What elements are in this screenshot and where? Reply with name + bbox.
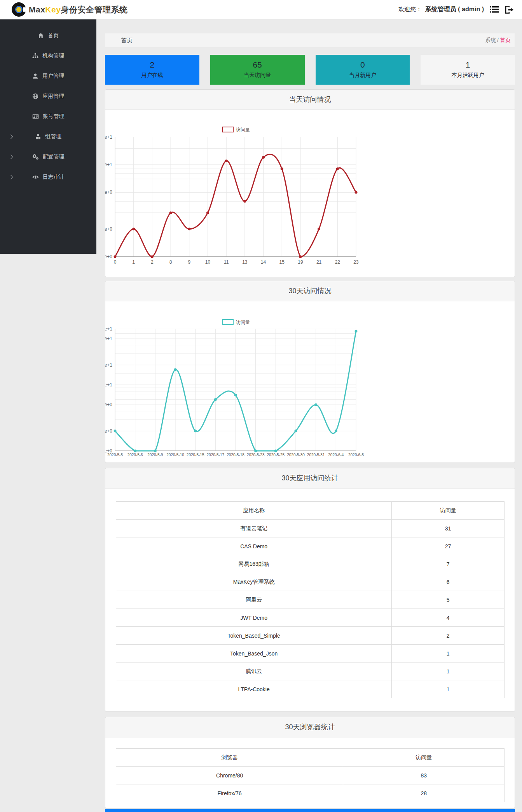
table-cell: 有道云笔记 bbox=[116, 520, 392, 537]
svg-text:11: 11 bbox=[224, 259, 229, 265]
sidebar-item-label: 机构管理 bbox=[42, 52, 64, 59]
data-point bbox=[281, 167, 283, 170]
stat-value: 2 bbox=[105, 55, 199, 70]
svg-text:1: 1 bbox=[132, 259, 135, 265]
table-cell: MaxKey管理系统 bbox=[116, 573, 392, 591]
table-row: 腾讯云1 bbox=[116, 662, 505, 680]
sidebar-item-label: 首页 bbox=[48, 32, 59, 39]
sidebar-item-label: 账号管理 bbox=[43, 113, 65, 120]
table-cell: 2 bbox=[392, 627, 505, 645]
sidebar-item-config[interactable]: 配置管理 bbox=[0, 147, 96, 167]
chevron-right-icon bbox=[10, 154, 13, 160]
svg-text:8: 8 bbox=[169, 259, 172, 265]
svg-text:2020-5-31: 2020-5-31 bbox=[307, 453, 325, 457]
stat-cards: 2 用户在线 65 当天访问量 0 当月新用户 1 本月活跃用户 bbox=[105, 55, 515, 85]
svg-text:5e+1: 5e+1 bbox=[105, 336, 112, 341]
svg-text:13: 13 bbox=[242, 259, 248, 265]
breadcrumb: 首页 系统/首页 bbox=[105, 33, 515, 48]
gears-icon bbox=[32, 154, 39, 160]
svg-text:2020-6-5: 2020-6-5 bbox=[348, 453, 364, 457]
sidebar-item-users[interactable]: 用户管理 bbox=[0, 66, 96, 86]
svg-text:2e+1: 2e+1 bbox=[105, 362, 112, 368]
table-cell: 阿里云 bbox=[116, 591, 392, 609]
sidebar-item-label: 用户管理 bbox=[42, 73, 64, 80]
brand: MaxKey身份安全管理系统 bbox=[12, 2, 127, 17]
table-cell: CAS Demo bbox=[116, 537, 392, 555]
current-user: 系统管理员 ( admin ) bbox=[425, 5, 484, 14]
table-cell: 1 bbox=[392, 680, 505, 698]
chevron-right-icon bbox=[10, 134, 13, 139]
app-title-max: Max bbox=[29, 5, 45, 14]
table-row: Token_Based_Json1 bbox=[116, 645, 505, 662]
monthly-visits-chart: 1e+02e+05e+01e+12e+15e+17e+12020-5-52020… bbox=[105, 301, 515, 463]
table-header-row: 浏览器访问量 bbox=[116, 749, 505, 767]
data-point bbox=[188, 228, 190, 230]
data-point bbox=[114, 429, 117, 432]
svg-text:1e+1: 1e+1 bbox=[105, 382, 112, 388]
user-icon bbox=[32, 73, 38, 79]
data-point bbox=[314, 403, 317, 406]
main-content: 首页 系统/首页 2 用户在线 65 当天访问量 0 当月新用户 1 本月活跃用… bbox=[96, 19, 522, 812]
panel-title: 当天访问情况 bbox=[105, 90, 515, 110]
stat-card-daily-visits: 65 当天访问量 bbox=[210, 55, 305, 85]
data-point bbox=[169, 211, 172, 214]
svg-text:2020-5-6: 2020-5-6 bbox=[127, 453, 143, 457]
svg-text:7e+1: 7e+1 bbox=[105, 326, 112, 332]
sidebar-item-accounts[interactable]: 账号管理 bbox=[0, 106, 96, 127]
chart-legend[interactable]: 访问量 bbox=[222, 320, 250, 325]
table-row: Token_Based_Simple2 bbox=[116, 627, 505, 645]
svg-text:2e+0: 2e+0 bbox=[105, 428, 112, 434]
stat-label: 本月活跃用户 bbox=[421, 72, 515, 79]
panel-title: 30天访问情况 bbox=[105, 281, 515, 301]
table-cell: 28 bbox=[343, 784, 505, 802]
data-point bbox=[299, 256, 302, 258]
stat-card-new-users: 0 当月新用户 bbox=[316, 55, 410, 85]
app-visits-table: 应用名称访问量有道云笔记31CAS Demo27网易163邮箱7MaxKey管理… bbox=[116, 501, 505, 698]
table-cell: 腾讯云 bbox=[116, 662, 392, 680]
table-cell: Firefox/76 bbox=[116, 784, 343, 802]
y-axis-labels: 1e+02e+05e+01e+12e+1 bbox=[105, 134, 112, 259]
sidebar-item-orgs[interactable]: 机构管理 bbox=[0, 46, 96, 66]
data-point bbox=[262, 156, 265, 159]
logout-icon[interactable] bbox=[505, 5, 514, 14]
svg-text:2020-5-25: 2020-5-25 bbox=[267, 453, 285, 457]
table-cell: 1 bbox=[392, 645, 505, 662]
svg-text:2020-5-5: 2020-5-5 bbox=[107, 453, 123, 457]
data-point bbox=[132, 228, 135, 230]
y-axis-labels: 1e+02e+05e+01e+12e+15e+17e+1 bbox=[105, 326, 112, 454]
panel-app-visit-stats: 30天应用访问统计 应用名称访问量有道云笔记31CAS Demo27网易163邮… bbox=[105, 468, 515, 712]
data-point bbox=[154, 450, 157, 452]
sidebar-item-apps[interactable]: 应用管理 bbox=[0, 86, 96, 106]
breadcrumb-current-link[interactable]: 首页 bbox=[500, 37, 511, 43]
data-point bbox=[214, 398, 217, 401]
id-card-icon bbox=[32, 113, 39, 120]
svg-text:1e+1: 1e+1 bbox=[105, 162, 112, 167]
table-row: Firefox/7628 bbox=[116, 784, 505, 802]
app-title: MaxKey身份安全管理系统 bbox=[29, 4, 127, 15]
svg-text:14: 14 bbox=[261, 259, 266, 265]
footer-accent-bar bbox=[105, 809, 515, 812]
eye-icon bbox=[32, 174, 39, 180]
table-cell: Token_Based_Simple bbox=[116, 627, 392, 645]
chart-legend[interactable]: 访问量 bbox=[222, 127, 250, 132]
cubes-icon bbox=[35, 134, 41, 140]
sidebar-item-groups[interactable]: 组管理 bbox=[0, 127, 96, 147]
sidebar-item-home[interactable]: 首页 bbox=[0, 26, 96, 46]
svg-text:2e+1: 2e+1 bbox=[105, 134, 112, 140]
table-row: 网易163邮箱7 bbox=[116, 555, 505, 573]
data-point bbox=[318, 228, 320, 230]
stat-label: 当月新用户 bbox=[316, 72, 410, 79]
list-icon[interactable] bbox=[490, 6, 499, 13]
table-cell: 网易163邮箱 bbox=[116, 555, 392, 573]
table-cell: 4 bbox=[392, 609, 505, 627]
chart-grid bbox=[115, 329, 356, 451]
svg-text:2020-5-17: 2020-5-17 bbox=[207, 453, 225, 457]
svg-text:2020-6-4: 2020-6-4 bbox=[328, 453, 344, 457]
svg-text:21: 21 bbox=[316, 259, 322, 265]
sidebar-item-audit[interactable]: 日志审计 bbox=[0, 167, 96, 187]
stat-value: 0 bbox=[316, 55, 410, 70]
data-point bbox=[174, 368, 177, 371]
sidebar-item-label: 配置管理 bbox=[43, 153, 65, 160]
breadcrumb-root-link[interactable]: 系统 bbox=[485, 37, 496, 43]
svg-text:2020-5-30: 2020-5-30 bbox=[287, 453, 305, 457]
